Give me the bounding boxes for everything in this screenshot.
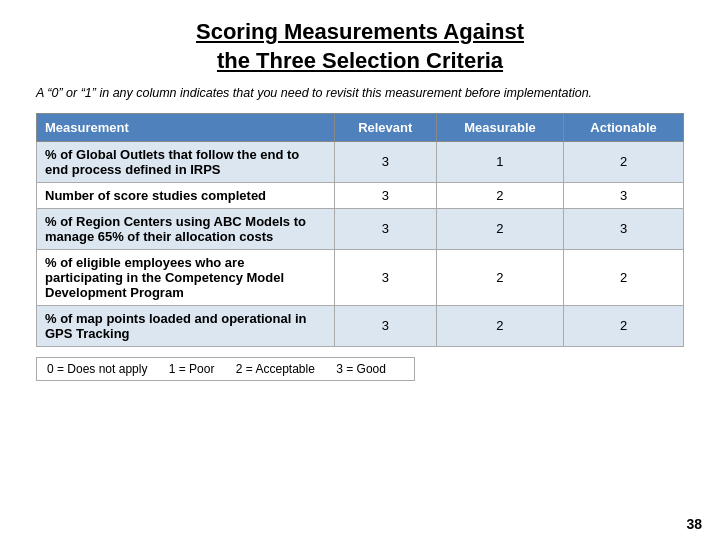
cell-measurable: 2	[436, 305, 563, 346]
col-header-measurement: Measurement	[37, 113, 335, 141]
table-row: % of Global Outlets that follow the end …	[37, 141, 684, 182]
cell-measurement: % of Global Outlets that follow the end …	[37, 141, 335, 182]
main-container: Scoring Measurements Against the Three S…	[0, 0, 720, 399]
subtitle-text: A “0” or “1” in any column indicates tha…	[36, 85, 684, 103]
cell-measurement: % of eligible employees who are particip…	[37, 249, 335, 305]
col-header-relevant: Relevant	[334, 113, 436, 141]
table-row: % of eligible employees who are particip…	[37, 249, 684, 305]
legend-item-3: 3 = Good	[336, 362, 386, 376]
page-number: 38	[686, 516, 702, 532]
cell-actionable: 3	[564, 208, 684, 249]
cell-measurement: Number of score studies completed	[37, 182, 335, 208]
table-row: % of map points loaded and operational i…	[37, 305, 684, 346]
cell-relevant: 3	[334, 249, 436, 305]
title-line2: the Three Selection Criteria	[217, 48, 503, 73]
col-header-measurable: Measurable	[436, 113, 563, 141]
cell-actionable: 2	[564, 305, 684, 346]
table-header-row: Measurement Relevant Measurable Actionab…	[37, 113, 684, 141]
col-header-actionable: Actionable	[564, 113, 684, 141]
title-line1: Scoring Measurements Against	[196, 19, 524, 44]
cell-relevant: 3	[334, 208, 436, 249]
cell-actionable: 3	[564, 182, 684, 208]
cell-measurable: 1	[436, 141, 563, 182]
table-body: % of Global Outlets that follow the end …	[37, 141, 684, 346]
cell-actionable: 2	[564, 141, 684, 182]
legend-box: 0 = Does not apply 1 = Poor 2 = Acceptab…	[36, 357, 415, 381]
cell-measurement: % of map points loaded and operational i…	[37, 305, 335, 346]
scoring-table: Measurement Relevant Measurable Actionab…	[36, 113, 684, 347]
table-row: Number of score studies completed323	[37, 182, 684, 208]
cell-relevant: 3	[334, 141, 436, 182]
legend-item-1: 1 = Poor	[169, 362, 215, 376]
cell-measurable: 2	[436, 182, 563, 208]
page-title: Scoring Measurements Against the Three S…	[36, 18, 684, 75]
cell-measurable: 2	[436, 208, 563, 249]
table-row: % of Region Centers using ABC Models to …	[37, 208, 684, 249]
cell-relevant: 3	[334, 305, 436, 346]
legend-item-2: 2 = Acceptable	[236, 362, 315, 376]
cell-measurement: % of Region Centers using ABC Models to …	[37, 208, 335, 249]
cell-relevant: 3	[334, 182, 436, 208]
legend-item-0: 0 = Does not apply	[47, 362, 147, 376]
cell-actionable: 2	[564, 249, 684, 305]
cell-measurable: 2	[436, 249, 563, 305]
